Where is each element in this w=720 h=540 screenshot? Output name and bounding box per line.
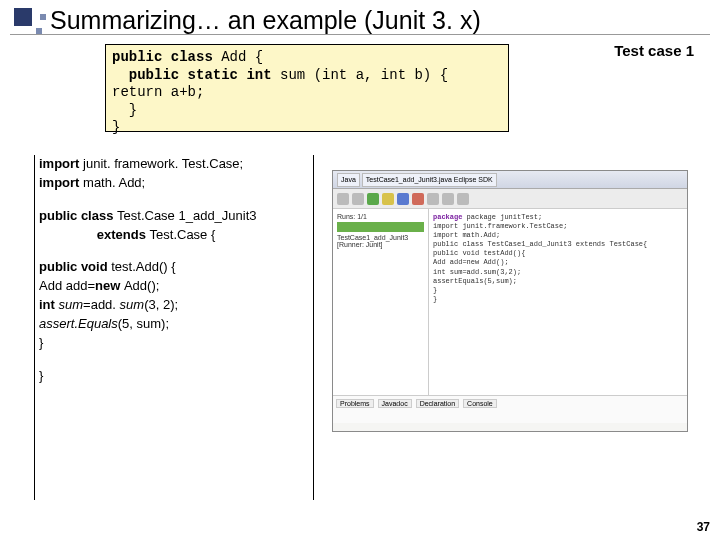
run-icon [367,193,379,205]
toolbar-icon [397,193,409,205]
eclipse-screenshot: Java TestCase1_add_Junit3.java Eclipse S… [332,170,688,432]
ide-toolbar [333,189,687,209]
page-number: 37 [697,520,710,534]
problems-tab: Problems [336,399,374,408]
toolbar-icon [337,193,349,205]
ide-window-title: TestCase1_add_Junit3.java Eclipse SDK [362,173,497,187]
toolbar-icon [427,193,439,205]
editor-panel: package package junitTest; import junit.… [429,209,687,395]
junit-panel: Runs: 1/1 TestCase1_add_Junit3 [Runner: … [333,209,429,395]
junit-runs-label: Runs: 1/1 [337,213,424,220]
testcase-label: Test case 1 [614,42,694,59]
toolbar-icon [457,193,469,205]
toolbar-icon [442,193,454,205]
test-code-listing: import junit. framework. Test.Case; impo… [34,155,314,500]
slide-title: Summarizing… an example (Junit 3. x) [50,6,481,35]
javadoc-tab: Javadoc [378,399,412,408]
toolbar-icon [382,193,394,205]
declaration-tab: Declaration [416,399,459,408]
ide-perspective-tab: Java [337,173,360,187]
junit-test-label: TestCase1_add_Junit3 [Runner: Junit] [337,234,424,248]
code-box-add-class: public class Add { public static int sum… [105,44,509,132]
junit-pass-bar [337,222,424,232]
square-icon [14,8,32,26]
toolbar-icon [352,193,364,205]
toolbar-icon [412,193,424,205]
console-tab: Console [463,399,497,408]
ide-titlebar: Java TestCase1_add_Junit3.java Eclipse S… [333,171,687,189]
square-icon [40,14,46,20]
ide-bottom-panel: Problems Javadoc Declaration Console [333,395,687,423]
